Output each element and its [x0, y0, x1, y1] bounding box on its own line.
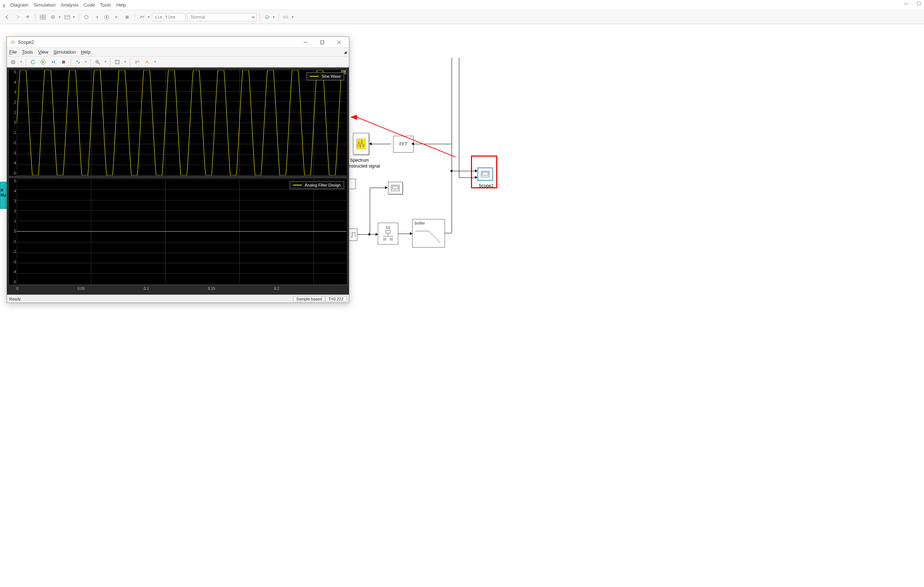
- dropdown-icon[interactable]: ▼: [291, 15, 294, 19]
- menu-analysis[interactable]: Analysis: [61, 2, 78, 8]
- fast-restart-icon[interactable]: [82, 13, 91, 21]
- menu-y[interactable]: y: [3, 2, 5, 8]
- menu-tools[interactable]: Tools: [100, 2, 111, 8]
- nav-up-icon[interactable]: [23, 13, 32, 21]
- stop-icon[interactable]: [123, 13, 132, 21]
- sim-time-input[interactable]: [152, 13, 186, 21]
- nav-back-icon[interactable]: [3, 13, 12, 21]
- menu-simulation[interactable]: Simulation: [34, 2, 56, 8]
- svg-point-8: [84, 15, 88, 19]
- step-forward-icon[interactable]: [112, 13, 121, 21]
- sim-mode-select[interactable]: Normal: [187, 13, 256, 21]
- svg-rect-0: [40, 15, 42, 17]
- dropdown-icon[interactable]: ▼: [272, 15, 276, 19]
- svg-rect-10: [126, 16, 129, 19]
- main-menubar: y Diagram Simulation Analysis Code Tools…: [0, 0, 924, 10]
- menu-diagram[interactable]: Diagram: [11, 2, 28, 8]
- library-browser-icon[interactable]: [38, 13, 47, 21]
- build-icon[interactable]: [263, 13, 271, 21]
- data-inspector-icon[interactable]: [138, 13, 147, 21]
- dropdown-icon[interactable]: ▼: [73, 15, 76, 19]
- svg-rect-6: [65, 15, 70, 19]
- menu-help[interactable]: Help: [116, 2, 126, 8]
- outer-maximize-icon[interactable]: ☐: [917, 1, 921, 6]
- svg-rect-1: [43, 15, 45, 17]
- outer-window-controls: — ☐: [904, 1, 921, 6]
- outer-minimize-icon[interactable]: —: [904, 1, 909, 6]
- model-explorer-icon[interactable]: [63, 13, 72, 21]
- run-icon[interactable]: [102, 13, 111, 21]
- svg-rect-3: [43, 18, 45, 19]
- main-toolbar: ▼ ▼ ▼ Normal ▼ ▼: [0, 10, 924, 24]
- nav-forward-icon[interactable]: [13, 13, 22, 21]
- logic-analyzer-icon[interactable]: [282, 13, 290, 21]
- model-config-icon[interactable]: [49, 13, 57, 21]
- step-back-icon[interactable]: [92, 13, 101, 21]
- menu-code[interactable]: Code: [84, 2, 95, 8]
- dropdown-icon[interactable]: ▼: [147, 15, 150, 19]
- svg-rect-2: [40, 18, 42, 19]
- dropdown-icon[interactable]: ▼: [58, 15, 61, 19]
- svg-point-5: [53, 16, 54, 18]
